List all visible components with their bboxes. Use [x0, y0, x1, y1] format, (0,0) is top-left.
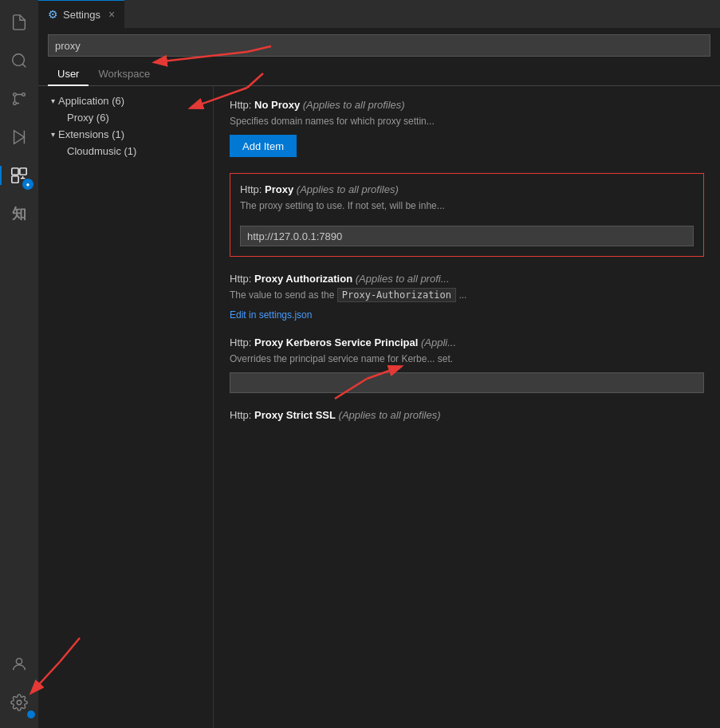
add-item-button[interactable]: Add Item: [230, 135, 297, 157]
activity-bar: ● 知: [0, 0, 38, 728]
proxy-kerberos-title-suffix: (Appli...: [421, 336, 456, 348]
settings-tabs: User Workspace: [38, 60, 720, 86]
svg-point-10: [16, 659, 22, 664]
settings-tab-icon: ⚙: [48, 8, 58, 21]
svg-point-11: [17, 700, 22, 705]
tab-label: Settings: [63, 9, 100, 21]
proxy-value-input[interactable]: [240, 226, 694, 246]
proxy-auth-title-bold: Proxy Authorization: [254, 273, 352, 285]
setting-proxy-box: Http: Proxy (Applies to all profiles) Th…: [230, 173, 704, 257]
sidebar-proxy-label: Proxy (6): [67, 112, 109, 124]
proxy-title-bold: Proxy: [265, 183, 293, 195]
settings-body: ▾ Application (6) Proxy (6) ▾ Extensions…: [38, 86, 720, 728]
tab-user[interactable]: User: [48, 65, 89, 86]
proxy-auth-title: Http: Proxy Authorization (Applies to al…: [230, 273, 704, 285]
chevron-icon: ▾: [51, 96, 55, 105]
svg-point-0: [13, 54, 25, 66]
activity-icon-search[interactable]: [0, 41, 38, 80]
settings-badge: [27, 710, 35, 718]
search-input[interactable]: proxy: [48, 34, 710, 57]
chevron-extensions-icon: ▾: [51, 130, 55, 139]
activity-icon-settings[interactable]: [0, 683, 38, 722]
setting-proxy-auth: Http: Proxy Authorization (Applies to al…: [230, 273, 704, 321]
sidebar-extensions[interactable]: ▾ Extensions (1): [38, 126, 213, 143]
proxy-strict-ssl-title-suffix: (Applies to all profiles): [339, 409, 441, 421]
no-proxy-title-bold: No Proxy: [254, 99, 300, 111]
proxy-kerberos-title: Http: Proxy Kerberos Service Principal (…: [230, 336, 704, 348]
sidebar-cloudmusic-label: Cloudmusic (1): [67, 145, 136, 157]
activity-icon-knowledge[interactable]: 知: [0, 195, 38, 233]
proxy-desc: The proxy setting to use. If not set, wi…: [240, 199, 694, 213]
no-proxy-desc: Specifies domain names for which proxy s…: [230, 114, 704, 128]
no-proxy-title: Http: No Proxy (Applies to all profiles): [230, 99, 704, 111]
proxy-strict-ssl-title-bold: Proxy Strict SSL: [254, 409, 336, 421]
sidebar-application[interactable]: ▾ Application (6): [38, 92, 213, 109]
sidebar-application-label: Application (6): [58, 95, 124, 107]
no-proxy-title-suffix: (Applies to all profiles): [303, 99, 405, 111]
proxy-title-suffix: (Applies to all profiles): [297, 183, 399, 195]
proxy-title: Http: Proxy (Applies to all profiles): [240, 183, 694, 195]
settings-panel: Http: No Proxy (Applies to all profiles)…: [214, 86, 720, 728]
extensions-badge: ●: [22, 179, 33, 190]
proxy-auth-desc: The value to send as the Proxy-Authoriza…: [230, 288, 704, 302]
proxy-strict-ssl-title: Http: Proxy Strict SSL (Applies to all p…: [230, 409, 704, 421]
setting-no-proxy: Http: No Proxy (Applies to all profiles)…: [230, 99, 704, 157]
activity-bottom: [0, 645, 38, 728]
sidebar-proxy[interactable]: Proxy (6): [38, 109, 213, 126]
activity-icon-account[interactable]: [0, 645, 38, 683]
sidebar-extensions-label: Extensions (1): [58, 128, 124, 140]
search-bar-container: proxy: [38, 28, 720, 60]
proxy-auth-title-suffix: (Applies to all profi...: [356, 273, 450, 285]
activity-icon-source-control[interactable]: [0, 80, 38, 118]
proxy-auth-code: Proxy-Authorization: [337, 288, 456, 302]
svg-point-4: [14, 102, 17, 105]
main-content: ⚙ Settings × proxy User Workspace ▾: [38, 0, 720, 728]
activity-icon-run[interactable]: [0, 118, 38, 156]
sidebar-cloudmusic[interactable]: Cloudmusic (1): [38, 143, 213, 159]
svg-rect-9: [12, 176, 18, 183]
svg-point-2: [14, 93, 17, 96]
close-tab-button[interactable]: ×: [108, 8, 115, 21]
proxy-kerberos-desc: Overrides the principal service name for…: [230, 352, 704, 366]
activity-icon-extensions[interactable]: ●: [0, 156, 38, 195]
svg-line-1: [22, 64, 26, 67]
tab-settings[interactable]: ⚙ Settings ×: [38, 0, 124, 28]
svg-point-3: [22, 93, 26, 96]
tab-workspace[interactable]: Workspace: [89, 65, 159, 86]
proxy-kerberos-input[interactable]: [230, 372, 704, 393]
settings-sidebar: ▾ Application (6) Proxy (6) ▾ Extensions…: [38, 86, 214, 728]
setting-proxy-strict-ssl: Http: Proxy Strict SSL (Applies to all p…: [230, 409, 704, 421]
svg-rect-8: [20, 168, 26, 175]
activity-icon-files[interactable]: [0, 3, 38, 41]
svg-marker-5: [14, 131, 25, 144]
proxy-kerberos-title-bold: Proxy Kerberos Service Principal: [254, 336, 418, 348]
settings-content: proxy User Workspace ▾ Application (6) P…: [38, 28, 720, 728]
edit-settings-json-link[interactable]: Edit in settings.json: [230, 309, 312, 321]
svg-rect-7: [12, 168, 18, 175]
setting-proxy-kerberos: Http: Proxy Kerberos Service Principal (…: [230, 336, 704, 393]
tab-bar: ⚙ Settings ×: [38, 0, 720, 28]
